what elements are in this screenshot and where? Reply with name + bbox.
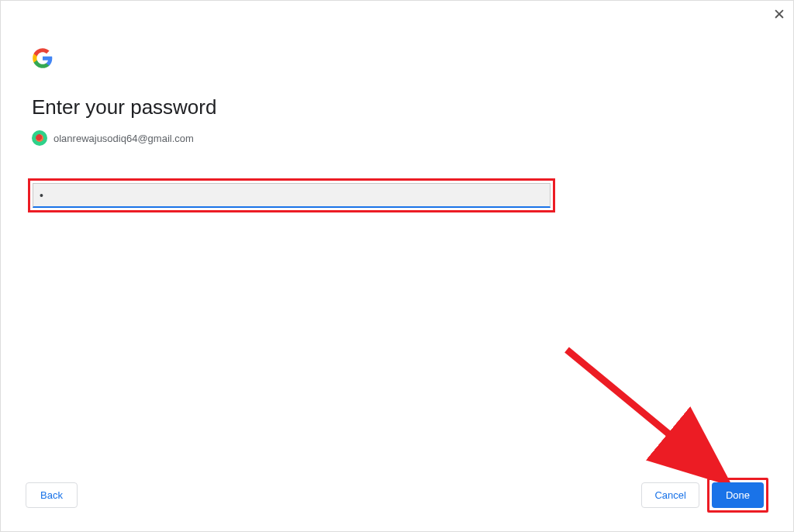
account-chip[interactable]: olanrewajusodiq64@gmail.com [32,130,762,146]
annotation-highlight-input [28,178,555,212]
svg-line-1 [567,350,722,478]
footer-right: Cancel Done [641,478,768,513]
page-title: Enter your password [32,95,762,119]
close-icon[interactable]: ✕ [773,7,785,22]
back-button[interactable]: Back [26,482,78,508]
account-email: olanrewajusodiq64@gmail.com [54,133,194,144]
password-input[interactable] [33,183,551,208]
done-button[interactable]: Done [712,482,764,508]
avatar [32,130,47,146]
annotation-highlight-done: Done [707,478,768,513]
cancel-button[interactable]: Cancel [641,482,699,508]
footer: Back Cancel Done [1,478,793,513]
google-logo [32,47,762,95]
main-content: Enter your password olanrewajusodiq64@gm… [1,1,793,212]
